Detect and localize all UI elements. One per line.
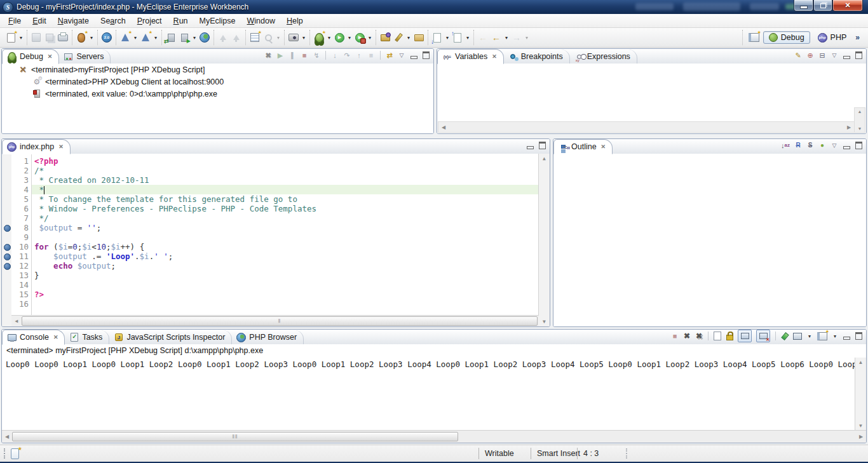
stdout-toggle-icon[interactable] bbox=[738, 330, 752, 342]
editor-code-area[interactable]: <?php/* * Created on 2012-10-11 * * To c… bbox=[32, 154, 538, 326]
profile-icon[interactable] bbox=[353, 31, 366, 44]
console-horizontal-scrollbar[interactable]: ◀ ⦀⦀ ▶ bbox=[2, 430, 866, 443]
menu-run[interactable]: Run bbox=[168, 15, 194, 27]
view-menu-icon[interactable] bbox=[398, 51, 405, 60]
close-tab-icon[interactable]: ✕ bbox=[48, 53, 53, 60]
open-resource-icon[interactable] bbox=[379, 31, 391, 44]
minimize-icon[interactable] bbox=[843, 51, 850, 60]
bug-icon[interactable] bbox=[313, 31, 325, 44]
view-menu-icon[interactable] bbox=[831, 51, 838, 60]
variables-vertical-scrollbar[interactable]: ▲ ▼ bbox=[854, 107, 865, 133]
breakpoint-dot-icon[interactable] bbox=[4, 263, 11, 270]
filter-r-icon[interactable] bbox=[794, 141, 802, 150]
menu-window[interactable]: Window bbox=[241, 15, 281, 27]
debug-tree-item[interactable]: <terminated>myFirstProject [PHP XDebug S… bbox=[2, 64, 433, 76]
perspective-overflow-chevron[interactable]: » bbox=[854, 33, 861, 42]
remove-all-icon[interactable] bbox=[695, 332, 703, 340]
globe-icon[interactable] bbox=[198, 31, 211, 44]
pin-icon[interactable] bbox=[781, 332, 789, 340]
tower-icon[interactable] bbox=[119, 31, 132, 44]
debug-menu-icon[interactable] bbox=[386, 51, 393, 60]
snapshot-icon[interactable] bbox=[287, 31, 300, 44]
tab-index-php[interactable]: index.php✕ bbox=[2, 139, 71, 154]
highlight-icon[interactable] bbox=[392, 31, 405, 44]
remove-launch-icon[interactable] bbox=[683, 332, 691, 340]
debug-tree-item[interactable]: <terminated>PHP XDebug Client at localho… bbox=[2, 76, 433, 88]
tab-servers[interactable]: Servers bbox=[59, 50, 111, 64]
scrollbar-thumb[interactable]: ⦀ bbox=[22, 316, 538, 326]
scroll-left-icon[interactable]: ◀ bbox=[2, 434, 12, 440]
console-vertical-scrollbar[interactable]: ▲ ▼ bbox=[855, 358, 866, 431]
tab-variables[interactable]: Variables✕ bbox=[437, 49, 504, 64]
restore-button[interactable] bbox=[813, 0, 832, 11]
perspective-php-button[interactable]: php PHP bbox=[813, 32, 852, 44]
dropdown-arrow-icon[interactable]: ▾ bbox=[132, 31, 139, 44]
stderr-toggle-icon[interactable] bbox=[756, 330, 770, 342]
menu-search[interactable]: Search bbox=[95, 15, 132, 27]
step-into-icon[interactable] bbox=[331, 51, 339, 60]
scroll-right-icon[interactable]: ▶ bbox=[856, 434, 866, 440]
dropdown-arrow-icon[interactable]: ▾ bbox=[465, 31, 471, 44]
dropdown-arrow-icon[interactable]: ▾ bbox=[346, 31, 353, 44]
open-perspective-icon[interactable] bbox=[748, 31, 761, 44]
menu-navigate[interactable]: Navigate bbox=[52, 15, 95, 27]
folder-icon[interactable] bbox=[412, 31, 425, 44]
maximize-icon[interactable] bbox=[422, 51, 430, 60]
new-icon[interactable] bbox=[4, 31, 17, 44]
dropdown-arrow-icon[interactable]: ▾ bbox=[88, 31, 95, 44]
scroll-left-icon[interactable]: ◀ bbox=[438, 124, 449, 130]
dropdown-arrow-icon[interactable]: ▾ bbox=[326, 31, 332, 44]
menu-help[interactable]: Help bbox=[281, 15, 309, 27]
editor-vertical-scrollbar[interactable]: ▲ ▼ bbox=[538, 154, 550, 326]
scroll-up-icon[interactable]: ▲ bbox=[858, 359, 864, 365]
editor-annotation-ruler[interactable] bbox=[2, 154, 11, 326]
perspective-debug-button[interactable]: Debug bbox=[763, 31, 810, 44]
use-step-filters-icon[interactable] bbox=[367, 51, 375, 60]
resume-icon[interactable] bbox=[276, 51, 284, 60]
close-tab-icon[interactable]: ✕ bbox=[53, 334, 58, 340]
terminate-icon[interactable] bbox=[671, 332, 679, 340]
disconnect-icon[interactable] bbox=[313, 51, 320, 60]
tab-expressions[interactable]: Expressions bbox=[570, 50, 637, 64]
scroll-right-icon[interactable]: ▶ bbox=[844, 124, 854, 130]
remove-terminated-icon[interactable] bbox=[264, 51, 272, 60]
sort-az-icon[interactable] bbox=[781, 141, 790, 150]
collapse-all-icon[interactable] bbox=[818, 51, 826, 60]
menu-edit[interactable]: Edit bbox=[27, 15, 52, 27]
view-menu-icon[interactable] bbox=[831, 141, 838, 150]
tab-tasks[interactable]: Tasks bbox=[65, 330, 109, 344]
show-type-names-icon[interactable] bbox=[794, 51, 802, 60]
minimize-icon[interactable] bbox=[843, 332, 850, 340]
filter-s-icon[interactable] bbox=[806, 141, 814, 150]
step-return-icon[interactable] bbox=[355, 51, 363, 60]
dropdown-arrow-icon[interactable]: ▾ bbox=[153, 31, 159, 44]
breakpoint-dot-icon[interactable] bbox=[4, 253, 11, 260]
minimize-icon[interactable] bbox=[410, 51, 417, 60]
dropdown-arrow-icon[interactable]: ▾ bbox=[191, 31, 198, 44]
console-output[interactable]: Loop0 Loop0 Loop1 Loop0 Loop1 Loop2 Loop… bbox=[2, 358, 855, 431]
minimize-button[interactable] bbox=[794, 0, 813, 11]
sync-server-icon[interactable] bbox=[165, 31, 177, 44]
dropdown-arrow-icon[interactable]: ▾ bbox=[832, 330, 838, 342]
dropdown-arrow-icon[interactable]: ▾ bbox=[444, 31, 451, 44]
clear-icon[interactable] bbox=[714, 332, 721, 340]
minimize-icon[interactable] bbox=[526, 141, 534, 150]
scroll-down-icon[interactable]: ▼ bbox=[543, 319, 546, 325]
back-icon[interactable] bbox=[490, 31, 503, 44]
menu-file[interactable]: File bbox=[3, 15, 27, 27]
tab-console[interactable]: Console✕ bbox=[2, 330, 65, 345]
report-icon[interactable] bbox=[248, 31, 261, 44]
tab-breakpoints[interactable]: Breakpoints bbox=[504, 50, 570, 64]
scroll-up-icon[interactable]: ▲ bbox=[858, 109, 862, 114]
run-icon[interactable] bbox=[333, 31, 346, 44]
prev-annot-icon[interactable] bbox=[451, 31, 464, 44]
close-tab-icon[interactable]: ✕ bbox=[601, 144, 606, 150]
fast-view-tray-icon[interactable] bbox=[11, 448, 19, 459]
scroll-up-icon[interactable]: ▲ bbox=[543, 156, 546, 161]
menu-project[interactable]: Project bbox=[132, 15, 168, 27]
dropdown-arrow-icon[interactable]: ▾ bbox=[367, 31, 373, 44]
tab-debug[interactable]: Debug✕ bbox=[2, 49, 59, 64]
close-tab-icon[interactable]: ✕ bbox=[58, 144, 64, 150]
web20-icon[interactable] bbox=[100, 31, 113, 44]
dropdown-arrow-icon[interactable]: ▾ bbox=[18, 31, 24, 44]
